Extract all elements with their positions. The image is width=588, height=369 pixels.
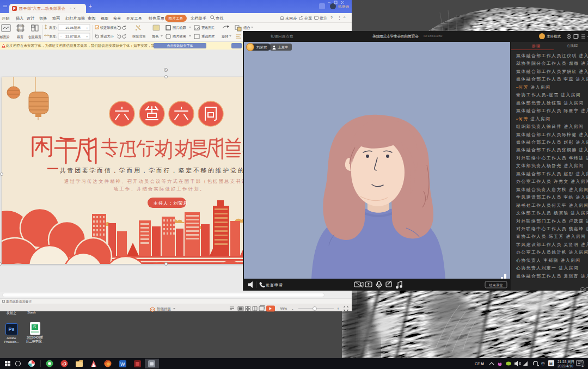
svg-text:主持人：刘荣君: 主持人：刘荣君 (153, 201, 188, 206)
svg-text:重设图片: 重设图片 (201, 34, 215, 39)
svg-text:33.87厘米: 33.87厘米 (65, 34, 81, 38)
svg-text:2022/4/10: 2022/4/10 (558, 364, 573, 368)
svg-text:抠除背景: 抠除背景 (132, 34, 146, 39)
svg-text:M: M (549, 362, 553, 366)
svg-text:+: + (337, 307, 339, 311)
svg-text:重设大小: 重设大小 (100, 34, 114, 38)
svg-text:发言申请: 发言申请 (266, 283, 283, 287)
svg-text:帧图片: 帧图片 (0, 35, 10, 39)
svg-text:高度:: 高度: (49, 26, 57, 30)
svg-text:更改图片: 更改图片 (201, 26, 215, 30)
svg-text:CE: CE (475, 362, 480, 366)
svg-text:裁剪: 裁剪 (17, 35, 23, 39)
svg-text:旋转: 旋转 (222, 34, 228, 39)
svg-text:+: + (86, 34, 88, 38)
svg-text:21:53 周日: 21:53 周日 (558, 360, 574, 364)
svg-text:-: - (292, 306, 293, 311)
svg-text:19.05厘米: 19.05厘米 (65, 26, 81, 29)
svg-text:颜色: 颜色 (152, 34, 159, 38)
svg-text:中: 中 (541, 362, 545, 366)
svg-text:-: - (60, 34, 62, 38)
svg-text:+: + (86, 26, 88, 29)
svg-text:W: W (120, 361, 125, 367)
svg-text:99%: 99% (280, 307, 287, 311)
svg-text:图片轮廓: 图片轮廓 (173, 26, 186, 30)
svg-text:-: - (60, 26, 62, 29)
svg-text:宽度:: 宽度: (49, 34, 57, 39)
svg-text:图片效果: 图片效果 (173, 34, 187, 39)
svg-text:结束课堂: 结束课堂 (489, 283, 503, 287)
svg-text:项工作、并结合实际做好工作计划。: 项工作、并结合实际做好工作计划。 (114, 186, 205, 192)
svg-text:组合: 组合 (243, 26, 250, 30)
svg-text:创意裁剪: 创意裁剪 (28, 35, 41, 39)
svg-text:M: M (481, 362, 484, 366)
svg-text:锁定纵横比: 锁定纵横比 (100, 26, 117, 30)
svg-text:智能排版: 智能排版 (157, 307, 171, 311)
